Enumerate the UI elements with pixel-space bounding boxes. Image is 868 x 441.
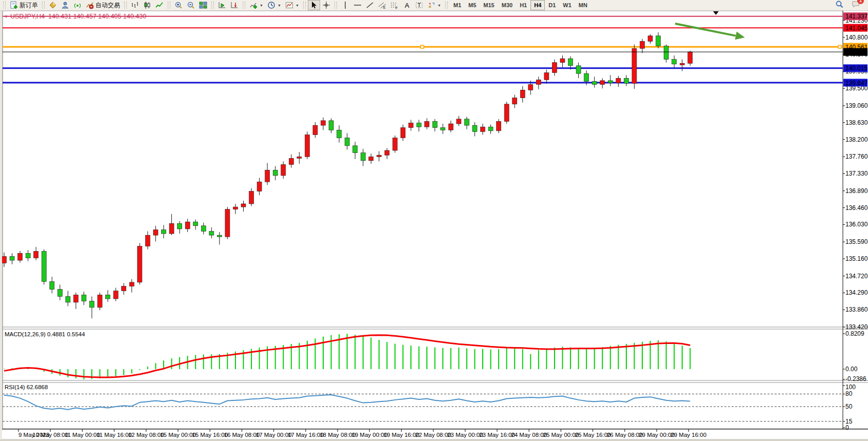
auto-scroll-button[interactable] xyxy=(216,0,228,10)
chart-canvas[interactable] xyxy=(3,11,843,439)
text-label-button[interactable]: T xyxy=(413,0,425,10)
svg-text:E: E xyxy=(383,6,386,9)
tile-windows-icon xyxy=(199,1,207,9)
community-button[interactable] xyxy=(59,0,71,10)
vertical-line-button[interactable] xyxy=(339,0,351,10)
price-tick-label: 137.760 xyxy=(845,153,868,160)
price-tick-label: 136.890 xyxy=(845,187,868,195)
toolbar-grip xyxy=(445,2,448,9)
timeframe-button-m30[interactable]: M30 xyxy=(498,0,516,10)
periods-button[interactable]: ▼ xyxy=(265,0,283,10)
timeframe-button-m15[interactable]: M15 xyxy=(480,0,498,10)
dropdown-caret-icon[interactable]: ▼ xyxy=(438,4,441,7)
timeframe-button-w1[interactable]: W1 xyxy=(559,0,575,10)
community-icon xyxy=(61,1,69,9)
macd-axis-label: 0.00 xyxy=(845,366,858,373)
chart-bars-icon xyxy=(131,1,139,9)
cursor-icon xyxy=(310,1,318,9)
trendline-icon xyxy=(366,1,374,9)
toolbar-grip xyxy=(3,2,6,9)
toolbar-grip xyxy=(42,2,45,9)
autotrading-button-label: 自动交易 xyxy=(95,1,120,10)
templates-button[interactable]: ▼ xyxy=(283,0,301,10)
price-tick-label: 135.590 xyxy=(845,238,868,245)
chart-title-text: USDJPY,H4 140.431 140.457 140.405 140.43… xyxy=(10,13,146,20)
chart-shift-button[interactable] xyxy=(228,0,241,10)
crosshair-button[interactable] xyxy=(320,0,332,10)
price-tick-label: 139.930 xyxy=(845,68,868,75)
signals-button[interactable] xyxy=(71,0,84,10)
mt4-application: 新订单自动交易▼▼▼EFAT▼M1M5M15M30H1H4D1W1MN1 ▼US… xyxy=(0,0,868,441)
indicators-button[interactable]: ▼ xyxy=(247,0,265,10)
trendline-button[interactable] xyxy=(364,0,376,10)
timeframe-button-mn[interactable]: MN xyxy=(575,0,591,10)
tile-windows-button[interactable] xyxy=(197,0,209,10)
dropdown-caret-icon[interactable]: ▼ xyxy=(295,4,299,7)
chart-marker-icon: ▼ xyxy=(4,14,8,19)
text-button[interactable]: A xyxy=(401,0,413,10)
candlestick-chart-button[interactable] xyxy=(141,0,153,10)
toolbar: 新订单自动交易▼▼▼EFAT▼M1M5M15M30H1H4D1W1MN1 xyxy=(0,0,868,11)
autotrading-button[interactable]: 自动交易 xyxy=(84,0,122,10)
toolbar-right-icons: 1 xyxy=(835,0,868,10)
indicators-icon xyxy=(249,1,258,9)
price-tick-label: 134.290 xyxy=(845,289,868,296)
toolbar-grip xyxy=(243,2,245,9)
fibonacci-button[interactable]: F xyxy=(388,0,401,10)
notification-count-badge: 1 xyxy=(857,0,864,4)
toolbar-grip xyxy=(168,2,170,9)
cursor-button[interactable] xyxy=(308,0,320,10)
price-level-badge-text: 141.337 xyxy=(845,13,868,20)
notifications-button[interactable]: 1 xyxy=(852,0,860,10)
search-button[interactable] xyxy=(835,0,843,10)
channel-icon: E xyxy=(378,1,386,9)
dropdown-caret-icon[interactable]: ▼ xyxy=(260,4,263,7)
price-level-badge-text: 141.045 xyxy=(845,25,868,32)
chart-line-icon xyxy=(155,1,164,9)
templates-icon xyxy=(285,1,293,9)
price-level-badge-text: 140.561 xyxy=(845,44,868,51)
timeframe-button-h1[interactable]: H1 xyxy=(516,0,530,10)
vline-icon xyxy=(341,1,349,9)
chart-candles-icon xyxy=(143,1,151,9)
chart-title: ▼USDJPY,H4 140.431 140.457 140.405 140.4… xyxy=(4,13,146,20)
current-price-badge-text: 140.430 xyxy=(845,49,868,56)
rsi-axis-label: 100 xyxy=(845,384,856,391)
price-level-badge xyxy=(843,43,867,51)
zoom-out-button[interactable] xyxy=(185,0,197,10)
macd-axis-label: -0.2386 xyxy=(845,375,866,382)
rsi-axis-label: 0 xyxy=(845,424,849,431)
price-tick-label: 137.330 xyxy=(845,170,868,177)
price-level-badge xyxy=(843,24,867,32)
autotrading-icon xyxy=(86,1,94,9)
crosshair-icon xyxy=(322,1,330,9)
rsi-axis-label: 15 xyxy=(845,418,853,425)
macd-label: MACD(12,26,9) 0.4881 0.5544 xyxy=(5,331,85,337)
price-tick-label: 141.230 xyxy=(845,17,868,24)
toolbar-grip xyxy=(211,2,214,9)
price-level-badge-text: 140.015 xyxy=(845,65,868,72)
equidistant-channel-button[interactable]: E xyxy=(376,0,388,10)
zoom-in-button[interactable] xyxy=(172,0,185,10)
new-order-icon xyxy=(10,1,18,9)
bar-chart-button[interactable] xyxy=(129,0,141,10)
market-watch-button[interactable] xyxy=(47,0,59,10)
dropdown-caret-icon[interactable]: ▼ xyxy=(278,4,281,7)
price-tick-label: 139.500 xyxy=(845,85,868,92)
zoom-out-icon xyxy=(187,1,195,9)
market-watch-icon xyxy=(49,1,57,9)
new-order-button[interactable]: 新订单 xyxy=(8,0,40,10)
timeframe-button-h4[interactable]: H4 xyxy=(530,0,545,10)
price-tick-label: 133.860 xyxy=(845,306,868,313)
rsi-label: RSI(14) 62.6868 xyxy=(5,384,48,390)
arrows-button[interactable]: ▼ xyxy=(425,0,443,10)
timeframe-button-d1[interactable]: D1 xyxy=(545,0,559,10)
line-chart-button[interactable] xyxy=(153,0,166,10)
horizontal-line-button[interactable] xyxy=(351,0,364,10)
timeframe-button-m1[interactable]: M1 xyxy=(450,0,465,10)
toolbar-grip xyxy=(303,2,306,9)
price-level-badge xyxy=(843,79,867,87)
shapes-icon xyxy=(427,1,436,9)
macd-axis-label: 0.8209 xyxy=(845,330,864,337)
timeframe-button-m5[interactable]: M5 xyxy=(465,0,480,10)
